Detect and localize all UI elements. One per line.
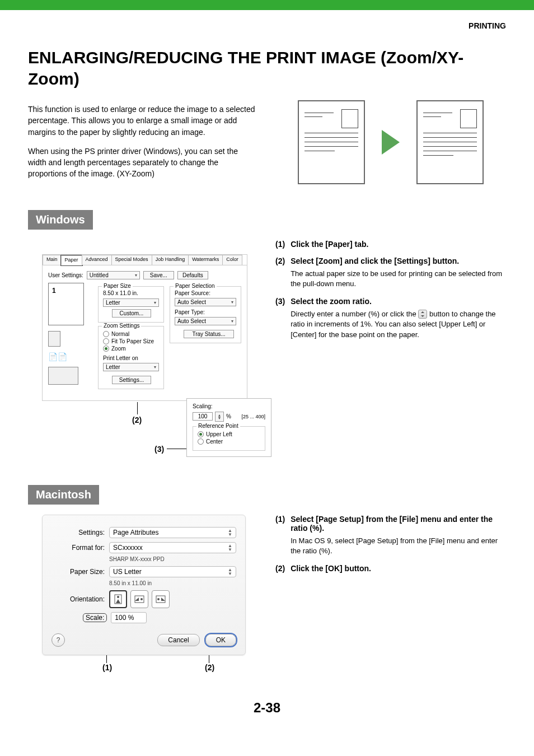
intro-p2: When using the PS printer driver (Window… [28,146,257,180]
zoom-normal-radio[interactable]: Normal [103,331,159,337]
ok-button[interactable]: OK [205,634,236,646]
paper-selection-title: Paper Selection [174,283,217,289]
paper-size-group-title: Paper Size [102,283,133,289]
tab-watermarks[interactable]: Watermarks [188,255,223,265]
help-button[interactable]: ? [51,633,65,647]
mac-paper-label: Paper Size: [51,568,105,576]
win-step2-num: (2) [275,256,285,289]
save-button[interactable]: Save... [143,271,174,279]
mac-orient-label: Orientation: [51,595,105,603]
user-settings-dropdown[interactable]: Untitled [87,271,140,279]
doc-after [416,100,484,184]
zoom-group-title: Zoom Settings [102,323,141,329]
win-step3-num: (3) [275,297,285,340]
win-step2-title: Select [Zoom] and click the [Settings] b… [291,256,459,265]
tab-advanced[interactable]: Advanced [82,255,112,265]
zoom-settings-button[interactable]: Settings... [112,376,151,384]
mac-paper-sub: 8.50 in x 11.00 in [109,580,236,586]
win-step3-title: Select the zoom ratio. [291,297,372,306]
scaling-stepper[interactable]: ▲▼ [215,412,224,422]
orientation-preview [48,331,60,347]
dialog-tabs: Main Paper Advanced Special Modes Job Ha… [43,255,247,265]
orient-landscape-r-button[interactable] [152,590,170,608]
mac-step1-num: (1) [275,515,285,556]
win-step2-body: The actual paper size to be used for pri… [291,269,506,289]
mac-callout-1: (1) [102,663,112,672]
mac-step2-title: Click the [OK] button. [291,564,371,573]
win-step1-num: (1) [275,240,285,249]
zoom-settings-group: Zoom Settings Normal Fit To Paper Size Z… [98,326,164,389]
user-settings-label: User Settings: [48,272,83,278]
ref-upper-radio[interactable]: Upper Left [198,431,260,437]
mac-scale-input[interactable]: 100 % [111,612,147,623]
page-title: ENLARGING/REDUCING THE PRINT IMAGE (Zoom… [28,47,506,89]
mac-format-dropdown[interactable]: SCxxxxxx ▲▼ [109,542,236,553]
paper-size-dropdown[interactable]: Letter [103,298,159,307]
tab-special-modes[interactable]: Special Modes [111,255,152,265]
svg-point-3 [140,598,143,600]
page-number: 2-38 [28,700,506,716]
chevron-updown-icon: ▲▼ [228,544,232,552]
paper-source-label: Paper Source: [175,290,236,296]
mac-steps: (1) Select [Page Setup] from the [File] … [275,515,506,573]
reference-point-group: Reference Point Upper Left Center [193,426,265,451]
zoom-fit-label: Fit To Paper Size [111,338,154,344]
zoom-zoom-radio[interactable]: Zoom [103,346,159,352]
zoom-normal-label: Normal [111,331,129,337]
scaling-unit: % [226,413,231,419]
svg-point-5 [157,598,160,600]
ref-center-radio[interactable]: Center [198,438,260,445]
mac-settings-label: Settings: [51,529,105,536]
mac-callout-2: (2) [205,663,214,672]
finishing-preview [48,367,78,385]
category-header: PRINTING [28,21,506,30]
tab-paper[interactable]: Paper [61,255,82,265]
zoom-fit-radio[interactable]: Fit To Paper Size [103,338,159,344]
defaults-button[interactable]: Defaults [177,271,208,279]
paper-type-dropdown[interactable]: Auto Select [175,317,236,325]
print-on-dropdown[interactable]: Letter [103,363,159,371]
paper-source-dropdown[interactable]: Auto Select [175,298,236,306]
mac-format-sub: SHARP MX-xxxx PPD [109,556,236,562]
orient-landscape-l-button[interactable] [130,590,148,608]
mac-step2-num: (2) [275,564,285,573]
tray-status-button[interactable]: Tray Status... [184,330,234,338]
zoom-zoom-label: Zoom [111,346,126,352]
windows-dialog: Main Paper Advanced Special Modes Job Ha… [42,254,247,401]
ref-center-label: Center [206,438,223,445]
mac-settings-dropdown[interactable]: Page Attributes ▲▼ [109,527,236,538]
win-step1-title: Click the [Paper] tab. [291,240,368,249]
scaling-popup: Scaling: 100 ▲▼ % [25 ... 400] Reference… [186,398,271,457]
windows-heading: Windows [28,210,93,230]
preview-page: 1 [48,283,84,325]
paper-size-group: Paper Size 8.50 x 11.0 in. Letter Custom… [98,286,164,323]
svg-point-1 [117,596,119,598]
preview-page-number: 1 [52,287,56,295]
scaling-range: [25 ... 400] [241,414,265,419]
zoom-illustration [275,100,506,184]
win-step3-body: Directly enter a number (%) or click the… [291,309,506,340]
duplex-icon: 📄📄 [48,352,92,361]
windows-steps: (1) Click the [Paper] tab. (2) Select [Z… [275,240,506,340]
tab-color[interactable]: Color [222,255,242,265]
cancel-button[interactable]: Cancel [157,634,199,646]
print-letter-on-label: Print Letter on [103,355,159,361]
preview-column: 1 📄📄 [48,283,92,393]
ref-upper-label: Upper Left [206,431,232,437]
tab-main[interactable]: Main [43,255,62,265]
paper-type-label: Paper Type: [175,309,236,315]
callout-2: (2) [132,416,142,424]
custom-button[interactable]: Custom... [112,309,151,318]
mac-dialog: Settings: Page Attributes ▲▼ Format for:… [42,515,246,655]
paper-selection-group: Paper Selection Paper Source: Auto Selec… [170,286,241,343]
orient-portrait-button[interactable] [109,590,127,608]
spinner-icon [418,310,427,319]
chevron-updown-icon: ▲▼ [228,568,232,576]
reference-point-title: Reference Point [196,423,240,429]
scaling-input[interactable]: 100 [193,412,213,421]
mac-paper-dropdown[interactable]: US Letter ▲▼ [109,566,236,577]
macintosh-heading: Macintosh [28,485,99,505]
mac-step1-body: In Mac OS 9, select [Page Setup] from th… [291,536,506,556]
scaling-label: Scaling: [193,403,265,409]
tab-job-handling[interactable]: Job Handling [152,255,189,265]
